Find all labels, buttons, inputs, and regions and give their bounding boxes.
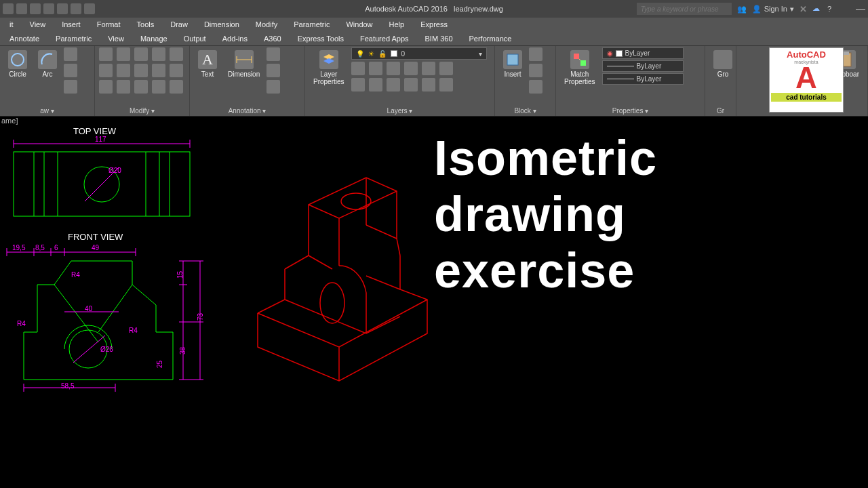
panel-draw-title[interactable]: aw ▾: [4, 106, 90, 116]
menu-view[interactable]: View: [22, 19, 54, 30]
dim-r4a: R4: [71, 271, 80, 279]
menu-parametric[interactable]: Parametric: [285, 19, 338, 30]
layer-iso-icon[interactable]: [404, 62, 418, 75]
tab-annotate[interactable]: Annotate: [1, 33, 47, 45]
panel-block-title[interactable]: Block ▾: [499, 106, 551, 116]
signin-button[interactable]: 👤 Sign In ▾: [752, 5, 794, 14]
layer-make-icon[interactable]: [422, 62, 435, 75]
qat-new-icon[interactable]: [3, 3, 14, 14]
linetype-dropdown[interactable]: ByLayer: [602, 73, 684, 85]
menu-dimension[interactable]: Dimension: [196, 19, 248, 30]
dim-d20: Ø20: [108, 167, 121, 174]
ellipse-icon[interactable]: [64, 80, 77, 94]
insert-button[interactable]: Insert: [499, 47, 526, 81]
match-properties-button[interactable]: Match Properties: [560, 47, 599, 88]
panel-properties-title[interactable]: Properties ▾: [560, 106, 701, 116]
rotate-icon[interactable]: [117, 47, 130, 61]
qat-undo-icon[interactable]: [57, 3, 68, 14]
menu-help[interactable]: Help: [381, 19, 413, 30]
attr-block-icon[interactable]: [529, 80, 542, 94]
layer-walk-icon[interactable]: [369, 78, 382, 92]
layer-lock-icon[interactable]: [387, 62, 400, 75]
arc-button[interactable]: Arc: [34, 47, 61, 81]
qat-redo-icon[interactable]: [71, 3, 81, 14]
menu-format[interactable]: Format: [89, 19, 129, 30]
layer-dropdown[interactable]: 💡 ☀ 🔓 0 ▾: [351, 47, 487, 60]
dimension-button[interactable]: Dimension: [224, 47, 264, 81]
menu-insert[interactable]: Insert: [54, 19, 89, 30]
tab-performance[interactable]: Performance: [461, 33, 520, 45]
layer-freeze-icon[interactable]: [369, 62, 382, 75]
tab-output[interactable]: Output: [176, 33, 214, 45]
lineweight-dropdown[interactable]: ByLayer: [602, 60, 684, 72]
move-icon[interactable]: [99, 47, 113, 61]
fillet-icon[interactable]: [134, 64, 148, 77]
break-icon[interactable]: [152, 80, 165, 94]
tab-manage[interactable]: Manage: [132, 33, 176, 45]
panel-groups-title[interactable]: Gr: [709, 106, 732, 116]
lengthen-icon[interactable]: [134, 80, 148, 94]
menu-modify[interactable]: Modify: [248, 19, 285, 30]
layer-copy-icon[interactable]: [404, 78, 418, 92]
layer-cur-icon[interactable]: [387, 78, 400, 92]
join-icon[interactable]: [170, 80, 183, 94]
panel-layers-title[interactable]: Layers ▾: [309, 106, 490, 116]
menu-tools[interactable]: Tools: [129, 19, 163, 30]
panel-modify-title[interactable]: Modify ▾: [99, 106, 185, 116]
qat-open-icon[interactable]: [16, 3, 27, 14]
scale-icon[interactable]: [117, 80, 130, 94]
erase-icon[interactable]: [152, 47, 165, 61]
tab-parametric[interactable]: Parametric: [47, 33, 100, 45]
tab-express-tools[interactable]: Express Tools: [290, 33, 352, 45]
tab-featured-apps[interactable]: Featured Apps: [352, 33, 417, 45]
menu-draw[interactable]: Draw: [162, 19, 196, 30]
text-button[interactable]: A Text: [194, 47, 221, 81]
create-block-icon[interactable]: [529, 47, 542, 61]
copy-icon[interactable]: [99, 64, 113, 77]
isometric-drawing: [231, 157, 448, 388]
arc-icon: [38, 50, 57, 69]
polyline-icon[interactable]: [64, 47, 77, 61]
mtext-icon[interactable]: [267, 80, 280, 94]
array-icon[interactable]: [152, 64, 165, 77]
tab-bim360[interactable]: BIM 360: [417, 33, 461, 45]
layer-properties-button[interactable]: Layer Properties: [309, 47, 349, 88]
layer-merge-icon[interactable]: [422, 78, 435, 92]
autocad-a-icon: A: [771, 64, 842, 92]
leader-icon[interactable]: [267, 47, 280, 61]
tab-a360[interactable]: A360: [256, 33, 290, 45]
group-button[interactable]: Gro: [709, 47, 736, 81]
cloud-icon[interactable]: ☁: [812, 4, 822, 14]
table-icon[interactable]: [267, 64, 280, 77]
layer-off-icon[interactable]: [351, 62, 365, 75]
menu-edit[interactable]: it: [1, 19, 22, 30]
qat-print-icon[interactable]: [43, 3, 54, 14]
color-dropdown[interactable]: ◉ ByLayer: [602, 47, 684, 59]
rectangle-icon[interactable]: [64, 64, 77, 77]
panel-annotation-title[interactable]: Annotation ▾: [194, 106, 300, 116]
svg-rect-8: [844, 52, 849, 55]
layer-prev-icon[interactable]: [439, 62, 453, 75]
panel-clipboard-title[interactable]: [741, 113, 863, 116]
exchange-icon[interactable]: ✕: [800, 4, 807, 14]
drawing-canvas[interactable]: ame] Isometric drawing exercise TOP VIEW…: [0, 117, 868, 488]
stretch-icon[interactable]: [99, 80, 113, 94]
trim-icon[interactable]: [134, 47, 148, 61]
qat-more-icon[interactable]: [84, 3, 95, 14]
edit-block-icon[interactable]: [529, 64, 542, 77]
help-icon[interactable]: ?: [827, 5, 831, 13]
layer-match-icon[interactable]: [351, 78, 365, 92]
infocenter-icon[interactable]: 👥: [737, 5, 747, 14]
layer-del-icon[interactable]: [439, 78, 453, 92]
qat-save-icon[interactable]: [30, 3, 41, 14]
menu-window[interactable]: Window: [338, 19, 380, 30]
minimize-icon[interactable]: —: [856, 3, 865, 14]
tab-view[interactable]: View: [100, 33, 132, 45]
search-input[interactable]: [637, 3, 732, 15]
mirror-icon[interactable]: [117, 64, 130, 77]
menu-express[interactable]: Express: [412, 19, 456, 30]
circle-button[interactable]: Circle: [4, 47, 31, 81]
tab-addins[interactable]: Add-ins: [214, 33, 256, 45]
explode-icon[interactable]: [170, 47, 183, 61]
offset-icon[interactable]: [170, 64, 183, 77]
